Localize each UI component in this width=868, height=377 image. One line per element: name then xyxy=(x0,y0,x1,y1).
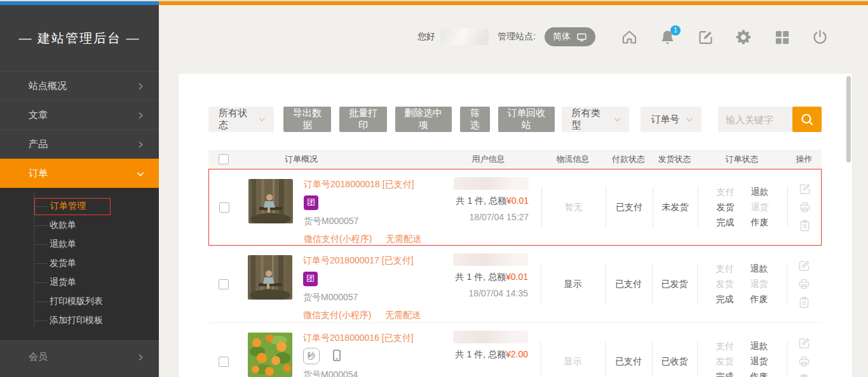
home-icon[interactable] xyxy=(621,29,638,46)
orders-toolbar: 所有状态 导出数据 批量打印 删除选中项 筛选 订单回收站 所有类型 订单号 xyxy=(208,107,822,132)
order-datetime: 18/07/04 15:27 xyxy=(470,212,529,222)
sidebar-item-label: 会员 xyxy=(29,351,136,363)
content-card: 所有状态 导出数据 批量打印 删除选中项 筛选 订单回收站 所有类型 订单号 xyxy=(179,74,852,377)
group-buy-badge: 团 xyxy=(303,272,318,286)
item-number: 货号M000057 xyxy=(303,292,421,303)
chevron-down-icon xyxy=(613,115,621,124)
pay-link[interactable]: 支付 xyxy=(716,341,734,352)
refund-link[interactable]: 退款 xyxy=(750,263,768,275)
order-note-icon[interactable] xyxy=(798,219,811,232)
keyword-search-group xyxy=(718,107,822,132)
sidebar-item-members[interactable]: 会员 xyxy=(0,340,159,373)
username-redacted xyxy=(440,29,489,45)
status-filter-dropdown[interactable]: 所有状态 xyxy=(208,107,274,132)
item-count-summary: 共 1 件, 总额 xyxy=(456,272,506,282)
submenu-item-label: 收款单 xyxy=(50,220,76,231)
submenu-item-receipts[interactable]: 收款单 xyxy=(0,216,159,235)
row-checkbox[interactable] xyxy=(219,279,229,289)
submenu-item-order-management[interactable]: 订单管理 xyxy=(0,197,159,216)
return-link[interactable]: 退货 xyxy=(751,202,769,213)
complete-link[interactable]: 完成 xyxy=(716,294,734,305)
edit-order-icon[interactable] xyxy=(797,336,811,350)
sidebar-item-site-overview[interactable]: 站点概况 xyxy=(0,71,159,100)
app-title: — 建站管理后台 — xyxy=(0,5,159,71)
sidebar-item-products[interactable]: 产品 xyxy=(0,129,159,159)
item-count-summary: 共 1 件, 总额 xyxy=(456,195,506,206)
type-filter-value: 所有类型 xyxy=(572,107,608,131)
chevron-down-icon xyxy=(685,115,694,124)
submenu-item-return-orders[interactable]: 退货单 xyxy=(0,273,159,292)
ship-link[interactable]: 发货 xyxy=(716,356,734,367)
return-link[interactable]: 退货 xyxy=(750,356,768,367)
edit-order-icon[interactable] xyxy=(797,259,811,272)
monitor-icon xyxy=(576,32,587,43)
submenu-item-refund-orders[interactable]: 退款单 xyxy=(0,235,159,254)
keyword-input[interactable] xyxy=(718,107,792,132)
header-shipping-status: 发货状态 xyxy=(652,154,697,165)
batch-print-button[interactable]: 批量打印 xyxy=(339,107,387,132)
complete-link[interactable]: 完成 xyxy=(717,217,735,228)
order-recycle-bin-button[interactable]: 订单回收站 xyxy=(498,107,555,132)
compose-icon[interactable] xyxy=(697,29,714,46)
delete-selected-button[interactable]: 删除选中项 xyxy=(395,107,452,132)
ship-link[interactable]: 发货 xyxy=(716,279,734,290)
sidebar-item-label: 产品 xyxy=(29,138,136,150)
row-checkbox[interactable] xyxy=(219,357,229,367)
void-link[interactable]: 作废 xyxy=(750,371,768,377)
customer-name-redacted xyxy=(453,253,528,266)
orders-submenu: 订单管理 收款单 退款单 发货单 退货单 打印模版列表 添加打印模板 xyxy=(0,188,159,340)
header-order-overview: 订单概况 xyxy=(239,154,436,165)
return-link[interactable]: 退货 xyxy=(750,279,768,290)
sidebar-item-orders[interactable]: 订单 xyxy=(0,159,159,188)
order-note-icon[interactable] xyxy=(797,373,811,377)
header-order-status: 订单状态 xyxy=(697,154,787,165)
void-link[interactable]: 作废 xyxy=(750,294,768,305)
apps-grid-icon[interactable] xyxy=(773,29,790,46)
delivery-note: 无需配送 xyxy=(385,310,421,320)
sidebar-item-articles[interactable]: 文章 xyxy=(0,100,159,129)
void-link[interactable]: 作废 xyxy=(751,217,769,228)
select-all-checkbox[interactable] xyxy=(219,154,229,164)
power-logout-icon[interactable] xyxy=(811,29,829,46)
search-button[interactable] xyxy=(792,107,822,132)
scrollbar-thumb[interactable] xyxy=(846,76,851,162)
submenu-item-label: 添加打印模板 xyxy=(50,315,103,326)
language-switch-button[interactable]: 简体 xyxy=(545,27,595,46)
product-thumbnail xyxy=(248,255,292,300)
pay-link[interactable]: 支付 xyxy=(717,187,735,198)
order-amount: ¥0.01 xyxy=(506,195,529,206)
print-order-icon[interactable] xyxy=(797,277,811,291)
complete-link[interactable]: 完成 xyxy=(716,371,734,377)
flash-sale-badge: 秒 xyxy=(303,348,320,364)
sidebar-item-label: 订单 xyxy=(29,168,136,180)
order-number: 订单号2018000016 xyxy=(303,333,379,343)
refund-link[interactable]: 退款 xyxy=(751,187,769,198)
pay-link[interactable]: 支付 xyxy=(716,263,734,275)
submenu-item-print-template-list[interactable]: 打印模版列表 xyxy=(0,292,159,311)
logistics-info: 显示 xyxy=(541,323,605,377)
order-note-icon[interactable] xyxy=(797,296,811,309)
type-filter-dropdown[interactable]: 所有类型 xyxy=(562,107,630,132)
row-checkbox[interactable] xyxy=(219,202,229,213)
print-order-icon[interactable] xyxy=(798,201,811,214)
submenu-item-label: 退货单 xyxy=(50,277,76,288)
header-payment-status: 付款状态 xyxy=(605,154,652,165)
export-data-button[interactable]: 导出数据 xyxy=(283,107,331,132)
print-order-icon[interactable] xyxy=(797,355,811,368)
ship-link[interactable]: 发货 xyxy=(717,202,735,213)
submenu-item-add-print-template[interactable]: 添加打印模板 xyxy=(0,311,159,330)
filter-button[interactable]: 筛选 xyxy=(460,107,490,132)
topbar: 您好 管理站点: 简体 1 xyxy=(159,5,868,69)
submenu-item-label: 打印模版列表 xyxy=(50,296,103,307)
search-field-dropdown[interactable]: 订单号 xyxy=(641,107,702,132)
edit-order-icon[interactable] xyxy=(798,182,811,195)
submenu-item-shipping-orders[interactable]: 发货单 xyxy=(0,254,159,273)
chevron-right-icon xyxy=(136,140,145,149)
payment-status: 已支付 xyxy=(606,169,653,245)
settings-gear-icon[interactable] xyxy=(735,29,752,46)
customer-name-redacted xyxy=(453,331,528,343)
paid-tag: [已支付] xyxy=(383,179,414,189)
logistics-info[interactable]: 显示 xyxy=(541,246,605,322)
refund-link[interactable]: 退款 xyxy=(750,341,768,352)
notifications-bell-icon[interactable]: 1 xyxy=(659,29,676,46)
